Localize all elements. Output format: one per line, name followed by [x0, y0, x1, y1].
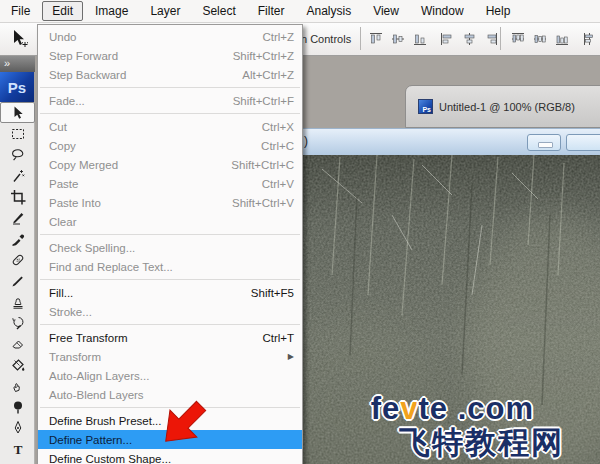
menu-separator — [40, 324, 300, 325]
type-tool[interactable]: T — [0, 438, 35, 459]
align-vertical-centers-icon[interactable] — [390, 32, 406, 46]
lasso-tool[interactable] — [0, 144, 35, 165]
menu-item-clear[interactable]: Clear — [38, 212, 302, 231]
align-bottom-edges-icon[interactable] — [412, 32, 428, 46]
menu-item-find-and-replace-text[interactable]: Find and Replace Text... — [38, 257, 302, 276]
distribute-left-edges-icon[interactable] — [582, 32, 598, 46]
brush-tool[interactable] — [0, 270, 35, 291]
healing-brush-tool-icon — [10, 252, 26, 268]
slice-tool[interactable] — [0, 207, 35, 228]
menu-item-check-spelling[interactable]: Check Spelling... — [38, 238, 302, 257]
marquee-tool-icon — [10, 126, 26, 142]
clone-stamp-tool-icon — [10, 294, 26, 310]
align-top-edges-icon[interactable] — [368, 32, 384, 46]
history-brush-tool-icon — [10, 315, 26, 331]
current-tool-icon — [8, 28, 30, 50]
lasso-tool-icon — [10, 147, 26, 163]
dodge-tool[interactable] — [0, 396, 35, 417]
menubar-item-file[interactable]: File — [1, 1, 40, 21]
svg-text:T: T — [13, 442, 22, 457]
type-tool-icon: T — [10, 441, 26, 457]
panel-collapse-button[interactable]: » — [0, 56, 35, 72]
eraser-tool[interactable] — [0, 333, 35, 354]
menu-item-step-forward[interactable]: Step ForwardShift+Ctrl+Z — [38, 46, 302, 65]
dodge-tool-icon — [10, 399, 26, 415]
eyedropper-tool-icon — [10, 231, 26, 247]
move-tool[interactable] — [0, 102, 35, 123]
slice-tool-icon — [10, 210, 26, 226]
smudge-tool[interactable] — [0, 375, 35, 396]
red-annotation-arrow — [142, 397, 224, 464]
clone-stamp-tool[interactable] — [0, 291, 35, 312]
align-horizontal-centers-icon[interactable] — [462, 32, 478, 46]
menu-separator — [40, 279, 300, 280]
photoshop-logo: Ps — [0, 72, 34, 102]
brush-tool-icon — [10, 273, 26, 289]
crop-tool[interactable] — [0, 186, 35, 207]
menubar-item-help[interactable]: Help — [476, 1, 521, 21]
marquee-tool[interactable] — [0, 123, 35, 144]
menu-item-undo[interactable]: UndoCtrl+Z — [38, 27, 302, 46]
menu-item-step-backward[interactable]: Step BackwardAlt+Ctrl+Z — [38, 65, 302, 84]
options-separator — [360, 27, 361, 50]
document-tab-title: Untitled-1 @ 100% (RGB/8) — [439, 101, 575, 113]
options-separator — [500, 27, 501, 50]
eyedropper-tool[interactable] — [0, 228, 35, 249]
distribute-vertical-centers-icon[interactable] — [532, 32, 548, 46]
smudge-tool-icon — [10, 378, 26, 394]
menu-bar: FileEditImageLayerSelectFilterAnalysisVi… — [0, 0, 600, 23]
menubar-item-edit[interactable]: Edit — [42, 1, 83, 21]
paint-bucket-tool-icon — [10, 357, 26, 373]
document-canvas[interactable]: fevte .com 飞特教程网 — [302, 155, 600, 464]
distribute-top-edges-icon[interactable] — [510, 32, 526, 46]
eraser-tool-icon — [10, 336, 26, 352]
move-tool-icon — [10, 105, 26, 121]
healing-brush-tool[interactable] — [0, 249, 35, 270]
menu-item-free-transform[interactable]: Free TransformCtrl+T — [38, 328, 302, 347]
menu-item-paste-into[interactable]: Paste IntoShift+Ctrl+V — [38, 193, 302, 212]
menu-separator — [40, 113, 300, 114]
history-brush-tool[interactable] — [0, 312, 35, 333]
magic-wand-tool[interactable] — [0, 165, 35, 186]
menubar-item-window[interactable]: Window — [411, 1, 474, 21]
menu-item-stroke[interactable]: Stroke... — [38, 302, 302, 321]
menu-item-auto-align-layers[interactable]: Auto-Align Layers... — [38, 366, 302, 385]
crop-tool-icon — [10, 189, 26, 205]
document-tab[interactable]: Ps Untitled-1 @ 100% (RGB/8) — [405, 85, 600, 128]
document-window-titlebar[interactable]: ) — [302, 128, 600, 155]
document-window-title: ) — [304, 134, 308, 148]
menu-separator — [40, 87, 300, 88]
magic-wand-tool-icon — [10, 168, 26, 184]
menubar-item-view[interactable]: View — [363, 1, 409, 21]
maximize-button[interactable] — [566, 134, 600, 151]
menubar-item-layer[interactable]: Layer — [140, 1, 190, 21]
menubar-item-image[interactable]: Image — [85, 1, 138, 21]
menu-item-fill[interactable]: Fill...Shift+F5 — [38, 283, 302, 302]
menubar-item-filter[interactable]: Filter — [248, 1, 295, 21]
ps-file-icon: Ps — [418, 99, 433, 114]
submenu-arrow-icon: ▶ — [288, 352, 294, 361]
menu-item-cut[interactable]: CutCtrl+X — [38, 117, 302, 136]
menu-item-copy[interactable]: CopyCtrl+C — [38, 136, 302, 155]
toolbox: T — [0, 102, 35, 464]
menu-separator — [40, 234, 300, 235]
minimize-button[interactable] — [527, 134, 561, 151]
menubar-item-analysis[interactable]: Analysis — [296, 1, 361, 21]
watermark-caption: 飞特教程网 — [399, 422, 564, 464]
pen-tool-icon — [10, 420, 26, 436]
menu-item-fade[interactable]: Fade...Shift+Ctrl+F — [38, 91, 302, 110]
pen-tool[interactable] — [0, 417, 35, 438]
menu-item-copy-merged[interactable]: Copy MergedShift+Ctrl+C — [38, 155, 302, 174]
menubar-item-select[interactable]: Select — [192, 1, 245, 21]
menu-item-transform[interactable]: Transform▶ — [38, 347, 302, 366]
distribute-bottom-edges-icon[interactable] — [554, 32, 570, 46]
paint-bucket-tool[interactable] — [0, 354, 35, 375]
align-right-edges-icon[interactable] — [484, 32, 500, 46]
align-left-edges-icon[interactable] — [440, 32, 456, 46]
show-transform-controls-label: n Controls — [301, 33, 351, 45]
menu-item-paste[interactable]: PasteCtrl+V — [38, 174, 302, 193]
